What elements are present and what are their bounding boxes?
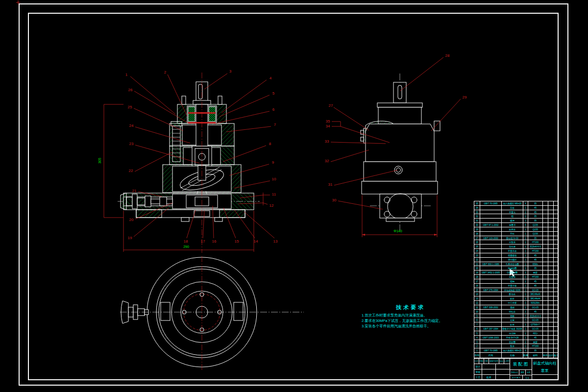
bom-cell: 10	[474, 310, 480, 314]
bom-cell: HT200	[528, 275, 543, 279]
bom-cell	[480, 206, 502, 210]
bom-cell	[548, 318, 554, 322]
bom-cell	[480, 210, 502, 214]
callout-number: 8	[269, 142, 271, 146]
bom-cell: 11	[474, 305, 480, 309]
bom-cell: 1	[523, 210, 528, 214]
bom-cell: 24	[474, 249, 480, 253]
callout-number: 3	[229, 69, 232, 74]
bom-cell: 刻度盘	[502, 227, 523, 231]
design-date-cell	[496, 364, 510, 369]
bom-row: 2泵体1HT200	[474, 344, 558, 348]
bom-cell	[554, 288, 558, 292]
bom-header-cell: 序号	[474, 353, 480, 358]
bom-cell	[554, 206, 558, 210]
bom-cell: 13	[474, 296, 480, 300]
bom-cell	[480, 344, 502, 348]
bom-cell: 内六角螺钉 M6×20	[502, 201, 523, 205]
check-label: 审核	[474, 369, 482, 374]
bom-row: 6GB/T 297-1994圆锥滚子轴承 302061GCr15	[474, 327, 558, 331]
bom-cell: 1	[523, 266, 528, 270]
bom-cell: 锁紧螺母	[502, 253, 523, 257]
bom-cell: ZQSn6-6-3	[528, 245, 543, 248]
bom-cell	[548, 253, 554, 257]
bom-cell: 1	[523, 275, 528, 279]
callout-number: 13	[273, 239, 278, 244]
bom-cell	[554, 344, 558, 348]
bom-cell: 45	[528, 279, 543, 283]
callout-number: 34	[326, 124, 330, 128]
bom-cell: 圆锥滚子轴承 30206	[502, 327, 523, 331]
bom-cell: 8	[474, 318, 480, 322]
check-sign-cell	[482, 369, 496, 374]
bom-cell	[480, 253, 502, 257]
callout-number: 29	[463, 95, 467, 99]
bom-row: 21GB/T 893.1-1986孔用弹性挡圈165Mn	[474, 262, 558, 267]
bom-cell	[543, 245, 548, 248]
sheet-label: 共 张 第 张	[510, 375, 523, 380]
callout-number: 5	[272, 91, 275, 96]
bom-cell	[554, 219, 558, 222]
bom-cell	[548, 249, 554, 253]
bom-row: 27GB/T 119-2000圆柱销 6×30235	[474, 236, 558, 241]
bom-cell: 35	[528, 236, 543, 240]
bom-row: 3密封圈1橡胶	[474, 340, 558, 344]
bom-cell: HT200	[528, 240, 543, 244]
bom-row: 13斜盘138CrMoAl	[474, 296, 558, 301]
bom-cell: 38CrMoAl	[528, 292, 543, 296]
bom-cell	[543, 279, 548, 283]
bom-cell	[548, 310, 554, 314]
title-block: 标记处数分区更改文件号签名年月日 设计 审核 工艺 批准 装配图 阶段标记 重量	[474, 358, 558, 380]
bom-cell: 导向套	[502, 245, 523, 248]
bom-cell	[548, 275, 554, 279]
bom-cell	[480, 292, 502, 296]
bom-cell: GB/T 119-2000	[480, 236, 502, 240]
bom-cell	[543, 214, 548, 218]
bom-cell	[480, 310, 502, 314]
callout-leader	[338, 201, 383, 209]
bom-cell: Q235	[528, 223, 543, 227]
bom-cell: 35	[528, 348, 543, 352]
bom-cell	[543, 223, 548, 227]
bom-cell: 调节螺杆	[502, 258, 523, 262]
bom-cell: 45	[528, 206, 543, 210]
cad-drawing-canvas[interactable]: 1234567891011121314151617181920212223242…	[0, 0, 588, 392]
bom-cell	[543, 201, 548, 205]
callout-leader	[130, 76, 175, 114]
bom-cell	[543, 336, 548, 340]
technical-requirements-items: 1.首次工作时要求泵壳体内注满液压油。2.要求在30MPa下试压，无渗漏且工作压…	[362, 313, 460, 329]
bom-cell	[480, 266, 502, 270]
bom-cell: 6	[474, 327, 480, 331]
bom-header-cell: 代号	[480, 353, 502, 358]
revision-row: 标记处数分区更改文件号签名年月日	[474, 359, 510, 364]
title-block-signoff: 标记处数分区更改文件号签名年月日 设计 审核 工艺 批准	[474, 359, 510, 379]
bom-cell	[554, 266, 558, 270]
callout-number: 18	[184, 239, 188, 244]
bom-cell	[543, 331, 548, 335]
dimension-text: 290	[183, 245, 189, 248]
bom-row: 16变量活塞145	[474, 284, 558, 288]
bom-cell: 35	[528, 219, 543, 222]
company-cell	[532, 375, 558, 379]
bom-cell: 2	[523, 270, 528, 274]
dimension-text: 305	[98, 158, 101, 164]
bom-cell	[548, 219, 554, 222]
callout-number: 15	[235, 239, 239, 244]
bom-cell	[543, 305, 548, 309]
bom-cell: 17	[474, 279, 480, 283]
bom-cell: 手轮	[502, 232, 523, 236]
callout-leader	[400, 57, 443, 91]
bom-row: 33变量头145	[474, 210, 558, 215]
callout-number: 11	[272, 192, 276, 196]
technical-requirement-item: 1.首次工作时要求泵壳体内注满液压油。	[362, 313, 460, 318]
bom-cell	[554, 322, 558, 326]
bom-cell: 柱塞	[502, 318, 523, 322]
bom-cell	[543, 348, 548, 352]
callout-number: 2	[164, 70, 167, 74]
side-view	[361, 74, 440, 230]
bom-cell: 2	[523, 219, 528, 222]
bom-cell: 2	[523, 236, 528, 240]
scale-label: 比例	[526, 370, 532, 375]
bom-cell: 30	[474, 223, 480, 227]
bom-row: 34压板145	[474, 206, 558, 210]
